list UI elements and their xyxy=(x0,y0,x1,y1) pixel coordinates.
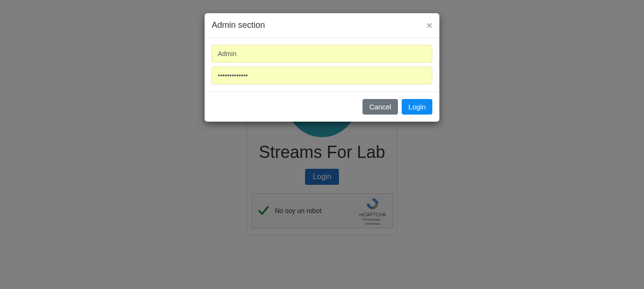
modal-title: Admin section xyxy=(212,20,265,30)
modal-body xyxy=(205,38,439,91)
cancel-button[interactable]: Cancel xyxy=(363,99,398,115)
modal-footer: Cancel Login xyxy=(205,91,439,122)
close-icon[interactable]: × xyxy=(427,20,432,30)
modal-header: Admin section × xyxy=(205,13,439,38)
username-input[interactable] xyxy=(212,45,432,63)
login-button[interactable]: Login xyxy=(402,99,432,115)
password-input[interactable] xyxy=(212,66,432,84)
admin-login-modal: Admin section × Cancel Login xyxy=(205,13,439,122)
